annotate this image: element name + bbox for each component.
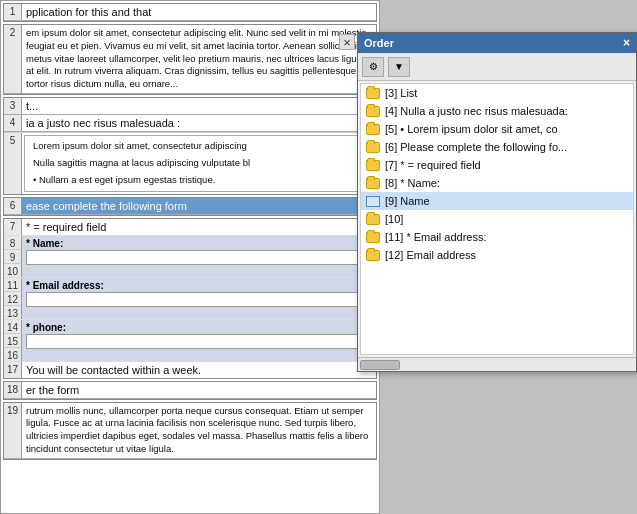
section-3-text: t...: [26, 100, 38, 112]
row-num-13: 13: [4, 306, 22, 319]
name-input-row: [26, 250, 372, 265]
order-title: Order: [364, 37, 394, 49]
row-num-8: 8: [4, 236, 22, 250]
section-5-line1: Lorem ipsum dolor sit amet, consectetur …: [29, 138, 369, 155]
section-1-title: pplication for this and that: [22, 4, 376, 20]
section-18-header: 18 er the form: [4, 382, 376, 399]
section-1: 1 pplication for this and that: [3, 3, 377, 22]
order-item-9[interactable]: [9] Name: [361, 192, 633, 210]
order-item-12-label: [12] Email address: [385, 249, 476, 261]
section-1-text: pplication for this and that: [26, 6, 151, 18]
section-19-content: rutrum mollis nunc, ullamcorper porta ne…: [26, 405, 368, 454]
row-num-19: 19: [4, 403, 22, 458]
section-18: 18 er the form: [3, 381, 377, 400]
row-num-9: 9: [4, 250, 22, 264]
order-item-11[interactable]: [11] * Email address:: [361, 228, 633, 246]
name-field-group: * Name:: [22, 236, 376, 277]
order-item-10-label: [10]: [385, 213, 403, 225]
document-area: 1 pplication for this and that 2 em ipsu…: [0, 0, 380, 514]
order-item-4[interactable]: [4] Nulla a justo nec risus malesuada:: [361, 102, 633, 120]
row-num-1: 1: [4, 4, 22, 20]
section-6-title: ease complete the following form: [22, 198, 376, 214]
scrollbar-thumb[interactable]: [360, 360, 400, 370]
order-item-7-label: [7] * = required field: [385, 159, 481, 171]
order-item-11-label: [11] * Email address:: [385, 231, 487, 243]
row-num-18: 18: [4, 382, 22, 398]
row-num-4: 4: [4, 115, 22, 131]
order-item-3-label: [3] List: [385, 87, 417, 99]
section-5-content: Lorem ipsum dolor sit amet, consectetur …: [24, 135, 374, 191]
row-17-text: You will be contacted within a week.: [26, 364, 201, 376]
section-3-5: 3 t... 4 ia a justo nec risus malesuada …: [3, 97, 377, 194]
section-5-row: 5 Lorem ipsum dolor sit amet, consectetu…: [4, 132, 376, 193]
dropdown-button[interactable]: ▼: [388, 57, 410, 77]
order-item-6-label: [6] Please complete the following fo...: [385, 141, 567, 153]
textfield-icon-9: [365, 194, 381, 208]
row-num-17: 17: [4, 362, 22, 378]
section-2-text: em ipsum dolor sit amet, consectetur adi…: [22, 25, 376, 93]
dropdown-icon: ▼: [394, 61, 404, 72]
close-x-button[interactable]: ×: [339, 34, 355, 50]
phone-field-group: * phone:: [22, 320, 376, 361]
section-4-text: ia a justo nec risus malesuada :: [22, 115, 376, 131]
row-num-2: 2: [4, 25, 22, 93]
order-item-5[interactable]: [5] • Lorem ipsum dolor sit amet, co: [361, 120, 633, 138]
order-titlebar: Order ×: [358, 33, 636, 53]
order-item-3[interactable]: [3] List: [361, 84, 633, 102]
folder-icon-4: [365, 104, 381, 118]
order-close-button[interactable]: ×: [623, 37, 630, 49]
section-2-content: em ipsum dolor sit amet, consectetur adi…: [26, 27, 367, 89]
order-item-8-label: [8] * Name:: [385, 177, 440, 189]
row-num-5: 5: [4, 133, 22, 193]
section-19: 19 rutrum mollis nunc, ullamcorper porta…: [3, 402, 377, 460]
email-input[interactable]: [26, 292, 372, 307]
order-item-8[interactable]: [8] * Name:: [361, 174, 633, 192]
name-input[interactable]: [26, 250, 372, 265]
order-item-12[interactable]: [12] Email address: [361, 246, 633, 264]
folder-icon-7: [365, 158, 381, 172]
order-item-10[interactable]: [10]: [361, 210, 633, 228]
section-1-header: 1 pplication for this and that: [4, 4, 376, 21]
row-num-14: 14: [4, 320, 22, 334]
order-item-6[interactable]: [6] Please complete the following fo...: [361, 138, 633, 156]
phone-label: * phone:: [26, 322, 372, 333]
email-label: * Email address:: [26, 280, 372, 291]
name-label: * Name:: [26, 238, 372, 249]
order-toolbar: ⚙ ▼: [358, 53, 636, 81]
section-19-header: 19 rutrum mollis nunc, ullamcorper porta…: [4, 403, 376, 459]
section-5-line2: Nulla sagittis magna at lacus adipiscing…: [29, 155, 369, 172]
section-6-header: 6 ease complete the following form: [4, 198, 376, 215]
row-num-10: 10: [4, 264, 22, 277]
folder-icon-11: [365, 230, 381, 244]
row-11-13: 11 12 13 * Email address:: [4, 278, 376, 320]
order-list[interactable]: [3] List [4] Nulla a justo nec risus mal…: [360, 83, 634, 355]
row-num-11: 11: [4, 278, 22, 292]
row-7-content: * = required field: [22, 219, 376, 235]
folder-icon-10: [365, 212, 381, 226]
section-18-text: er the form: [26, 384, 79, 396]
row-17: 17 You will be contacted within a week.: [4, 362, 376, 378]
row-8-10: 8 9 10 * Name:: [4, 236, 376, 278]
row-num-15: 15: [4, 334, 22, 348]
section-5-line3: Nullam a est eget ipsum egestas tristiqu…: [29, 172, 369, 189]
row-7-text: * = required field: [26, 221, 106, 233]
email-field-group: * Email address:: [22, 278, 376, 319]
folder-icon-12: [365, 248, 381, 262]
section-19-text: rutrum mollis nunc, ullamcorper porta ne…: [22, 403, 376, 458]
order-item-7[interactable]: [7] * = required field: [361, 156, 633, 174]
section-3-title: t...: [22, 98, 376, 114]
row-14-16: 14 15 16 * phone:: [4, 320, 376, 362]
row-7: 7 * = required field: [4, 219, 376, 236]
section-6-text: ease complete the following form: [26, 200, 187, 212]
phone-input[interactable]: [26, 334, 372, 349]
horizontal-scrollbar[interactable]: [358, 357, 636, 371]
section-2-header: 2 em ipsum dolor sit amet, consectetur a…: [4, 25, 376, 94]
order-item-9-label: [9] Name: [385, 195, 430, 207]
order-item-5-label: [5] • Lorem ipsum dolor sit amet, co: [385, 123, 558, 135]
section-6: 6 ease complete the following form: [3, 197, 377, 216]
folder-icon-3: [365, 86, 381, 100]
order-item-4-label: [4] Nulla a justo nec risus malesuada:: [385, 105, 568, 117]
section-2: 2 em ipsum dolor sit amet, consectetur a…: [3, 24, 377, 95]
folder-icon-8: [365, 176, 381, 190]
gear-button[interactable]: ⚙: [362, 57, 384, 77]
